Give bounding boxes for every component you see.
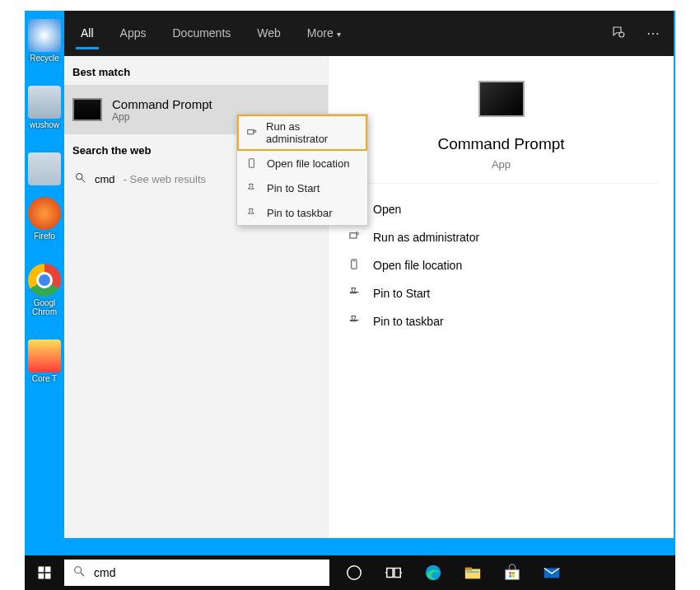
svg-rect-14 [45,574,51,579]
search-tabs: All Apps Documents Web More▾ ⋯ [64,11,674,56]
desktop-icon-chrome[interactable]: Googl Chrom [25,264,64,316]
preview-pane: Command Prompt App Open Run as administr… [328,56,674,538]
folder-icon [245,157,259,170]
mail-icon[interactable] [532,555,572,590]
svg-rect-30 [512,575,515,578]
shield-icon [347,230,362,245]
explorer-icon[interactable] [453,555,492,590]
taskbar [25,555,675,590]
store-icon[interactable] [492,555,532,590]
desktop-icon-coretemp[interactable]: Core T [25,339,64,383]
tab-all[interactable]: All [68,11,107,56]
svg-point-0 [619,32,624,37]
svg-rect-18 [387,569,393,578]
preview-cmd-icon [478,81,525,117]
action-open[interactable]: Open [342,195,660,223]
svg-rect-10 [250,159,254,168]
svg-rect-25 [467,571,479,573]
tab-web[interactable]: Web [244,11,294,56]
svg-rect-27 [509,572,511,574]
chevron-down-icon: ▾ [337,30,341,39]
pin-icon [347,286,362,301]
start-button[interactable] [25,555,64,590]
pin-icon [245,181,259,194]
svg-rect-11 [39,567,44,573]
edge-icon[interactable] [413,555,453,590]
svg-point-17 [348,566,362,580]
svg-rect-26 [506,569,520,579]
svg-rect-13 [39,574,44,579]
preview-actions: Open Run as administrator Open file loca… [329,184,674,347]
more-options-icon[interactable]: ⋯ [636,26,670,41]
desktop-icon-recycle[interactable]: Recycle [25,19,64,63]
svg-line-16 [81,573,84,576]
best-match-label: Best match [64,56,328,85]
svg-point-15 [75,567,82,574]
action-run-admin[interactable]: Run as administrator [342,223,660,251]
search-icon [74,171,86,186]
desktop-icon-app[interactable]: wushow [25,86,64,129]
feedback-icon[interactable] [601,25,636,43]
desktop-icon-app2[interactable] [25,152,64,185]
svg-rect-9 [247,130,253,134]
svg-point-1 [77,174,83,180]
preview-subtitle: App [362,158,641,171]
search-input[interactable] [94,566,321,579]
ctx-run-admin[interactable]: Run as administrator [237,115,367,151]
result-subtitle: App [112,111,212,123]
svg-rect-12 [45,567,51,573]
svg-rect-29 [509,575,511,578]
context-menu: Run as administrator Open file location … [236,114,368,226]
ctx-pin-taskbar[interactable]: Pin to taskbar [237,200,367,225]
search-icon [72,564,86,581]
cmd-icon [72,98,102,121]
folder-icon [347,258,362,273]
task-view-icon[interactable] [374,555,413,590]
ctx-open-location[interactable]: Open file location [237,151,367,176]
svg-rect-28 [512,572,515,574]
desktop-icons: Recycle wushow Firefo Googl Chrom Core T [25,11,64,406]
action-pin-start[interactable]: Pin to Start [342,279,660,307]
start-search-panel: All Apps Documents Web More▾ ⋯ Best matc… [64,11,674,538]
result-title: Command Prompt [112,97,212,111]
ctx-pin-start[interactable]: Pin to Start [237,176,367,200]
svg-rect-24 [465,568,472,571]
pin-icon [245,206,259,219]
svg-rect-4 [349,233,356,238]
pin-icon [347,314,362,329]
svg-rect-19 [394,569,400,578]
tab-apps[interactable]: Apps [107,11,160,56]
desktop-icon-firefox[interactable]: Firefo [25,197,64,241]
action-pin-taskbar[interactable]: Pin to taskbar [342,307,660,335]
tab-more[interactable]: More▾ [294,11,354,56]
shield-icon [245,126,258,139]
taskbar-search[interactable] [64,560,329,586]
action-open-location[interactable]: Open file location [342,251,660,279]
cortana-icon[interactable] [334,555,374,590]
preview-title: Command Prompt [362,135,641,153]
svg-line-2 [82,179,85,182]
tab-documents[interactable]: Documents [159,11,244,56]
